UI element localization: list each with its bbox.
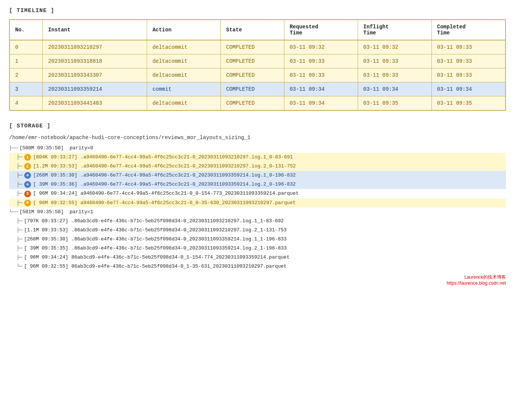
cell-inflight_time: 03-11 09:32 xyxy=(358,40,431,54)
parity1-label: parity=1 xyxy=(70,208,93,216)
cell-instant: 20230311093343307 xyxy=(43,68,147,82)
file-badge: 2 xyxy=(24,163,31,170)
cell-action: commit xyxy=(147,82,221,96)
parity0-file-line: ├─1[804K 09:33:27].a9460490-6e77-4cc4-99… xyxy=(9,153,506,162)
parity1-size: [501M 09:35:58] xyxy=(19,208,64,216)
storage-section: [ STORAGE ] /home/emr-notebook/apache-hu… xyxy=(9,123,506,271)
cell-action: deltacommit xyxy=(147,54,221,68)
timeline-table: No. Instant Action State RequestedTime I… xyxy=(9,19,506,111)
cell-state: COMPLETED xyxy=(221,40,284,54)
file-size-time: [1.1M 09:33:53] xyxy=(24,226,68,234)
cell-action: deltacommit xyxy=(147,68,221,82)
cell-inflight_time: 03-11 09:33 xyxy=(358,54,431,68)
cell-no: 1 xyxy=(9,54,43,68)
col-requested-time: RequestedTime xyxy=(284,20,358,40)
parity1-file-line: ├─[1.1M 09:33:53].86ab3cd9-e4fe-436c-b71… xyxy=(9,226,506,235)
file-tree: ├── [500M 09:35:58] parity=0 ├─1[804K 09… xyxy=(9,144,506,271)
file-name: .86ab3cd9-e4fe-436c-b71c-5eb25f098d34-0_… xyxy=(71,217,284,225)
table-header-row: No. Instant Action State RequestedTime I… xyxy=(9,20,506,40)
file-size-time: [ 39M 09:35:36] xyxy=(33,180,78,189)
parity1-file-line: ├─[797K 09:33:27].86ab3cd9-e4fe-436c-b71… xyxy=(9,217,506,226)
cell-requested_time: 03-11 09:32 xyxy=(284,40,358,54)
parity0-files: ├─1[804K 09:33:27].a9460490-6e77-4cc4-99… xyxy=(9,153,506,208)
cell-no: 0 xyxy=(9,40,43,54)
storage-header: [ STORAGE ] xyxy=(9,123,506,129)
cell-inflight_time: 03-11 09:34 xyxy=(358,82,431,96)
cell-no: 3 xyxy=(9,82,43,96)
table-row: 120230311093318818deltacommitCOMPLETED03… xyxy=(9,54,506,68)
cell-action: deltacommit xyxy=(147,96,221,111)
col-completed-time: CompletedTime xyxy=(431,20,506,40)
file-badge: 1 xyxy=(24,154,31,161)
col-no: No. xyxy=(9,20,43,40)
parity0-label: parity=0 xyxy=(70,144,93,152)
table-row: 420230311093441483deltacommitCOMPLETED03… xyxy=(9,96,506,111)
file-size-time: [1.2M 09:33:53] xyxy=(33,162,78,170)
cell-instant: 20230311093441483 xyxy=(43,96,147,111)
file-badge: 3 xyxy=(24,191,31,197)
cell-instant: 20230311093359214 xyxy=(43,82,147,96)
table-row: 320230311093359214commitCOMPLETED03-11 0… xyxy=(9,82,506,96)
file-name: a9460490-6e77-4cc4-99a5-4f6c25cc3c21-0_0… xyxy=(81,189,299,198)
file-name: .86ab3cd9-e4fe-436c-b71c-5eb25f098d34-0_… xyxy=(71,226,287,234)
file-name: .a9460490-6e77-4cc4-99a5-4f6c25cc3c21-0_… xyxy=(81,162,296,170)
file-name: .a9460490-6e77-4cc4-99a5-4f6c25cc3c21-0_… xyxy=(81,180,296,189)
cell-completed_time: 03-11 09:35 xyxy=(431,96,506,111)
cell-no: 2 xyxy=(9,68,43,82)
file-size-time: [797K 09:33:27] xyxy=(24,217,68,225)
parity0-file-line: ├─3[ 96M 09:34:24]a9460490-6e77-4cc4-99a… xyxy=(9,189,506,198)
parity0-file-line: ├─2[1.2M 09:33:53].a9460490-6e77-4cc4-99… xyxy=(9,162,506,171)
cell-requested_time: 03-11 09:33 xyxy=(284,54,358,68)
parity1-file-line: └─[ 96M 09:32:55]86ab3cd9-e4fe-436c-b71c… xyxy=(9,262,506,271)
cell-requested_time: 03-11 09:34 xyxy=(284,82,358,96)
file-size-time: [ 96M 09:32:55] xyxy=(24,262,68,271)
file-name: a9460490-6e77-4cc4-99a5-4f6c25cc3c21-0_0… xyxy=(81,199,296,207)
cell-completed_time: 03-11 09:33 xyxy=(431,68,506,82)
cell-completed_time: 03-11 09:33 xyxy=(431,40,506,54)
col-action: Action xyxy=(147,20,221,40)
timeline-section: [ TIMELINE ] No. Instant Action State Re… xyxy=(9,8,506,111)
parity1-files: ├─[797K 09:33:27].86ab3cd9-e4fe-436c-b71… xyxy=(9,217,506,271)
timeline-header: [ TIMELINE ] xyxy=(9,8,506,14)
table-row: 020230311093210297deltacommitCOMPLETED03… xyxy=(9,40,506,54)
cell-action: deltacommit xyxy=(147,40,221,54)
file-size-time: [804K 09:33:27] xyxy=(33,153,78,161)
parity1-file-line: ├─[ 39M 09:35:35].86ab3cd9-e4fe-436c-b71… xyxy=(9,244,506,253)
cell-completed_time: 03-11 09:34 xyxy=(431,82,506,96)
parity1-file-line: ├─[268M 09:35:30].86ab3cd9-e4fe-436c-b71… xyxy=(9,235,506,244)
cell-inflight_time: 03-11 09:35 xyxy=(358,96,431,111)
cell-state: COMPLETED xyxy=(221,96,284,111)
file-name: 86ab3cd9-e4fe-436c-b71c-5eb25f098d34-0_1… xyxy=(71,262,287,271)
parity0-file-line: ├─0[ 96M 09:32:55]a9460490-6e77-4cc4-99a… xyxy=(9,198,506,208)
parity0-size: [500M 09:35:58] xyxy=(19,144,64,152)
table-row: 220230311093343307deltacommitCOMPLETED03… xyxy=(9,68,506,82)
file-badge: 0 xyxy=(24,200,31,206)
cell-requested_time: 03-11 09:34 xyxy=(284,96,358,111)
file-badge: 4 xyxy=(24,181,31,188)
watermark: Laurence的技术博客 https://laurence.blog.csdn… xyxy=(9,274,506,286)
file-size-time: [ 96M 09:34:24] xyxy=(24,253,68,262)
file-name: .86ab3cd9-e4fe-436c-b71c-5eb25f098d34-0_… xyxy=(71,235,287,243)
cell-state: COMPLETED xyxy=(221,54,284,68)
cell-state: COMPLETED xyxy=(221,82,284,96)
cell-state: COMPLETED xyxy=(221,68,284,82)
watermark-line2: https://laurence.blog.csdn.net xyxy=(9,281,506,286)
col-instant: Instant xyxy=(43,20,147,40)
cell-completed_time: 03-11 09:33 xyxy=(431,54,506,68)
file-size-time: [268M 09:35:30] xyxy=(24,235,68,243)
watermark-line1: Laurence的技术博客 xyxy=(9,274,506,281)
file-badge: 4 xyxy=(24,172,31,179)
file-name: 86ab3cd9-e4fe-436c-b71c-5eb25f098d34-0_1… xyxy=(71,253,290,262)
cell-instant: 20230311093318818 xyxy=(43,54,147,68)
file-name: .86ab3cd9-e4fe-436c-b71c-5eb25f098d34-0_… xyxy=(71,244,287,253)
cell-inflight_time: 03-11 09:33 xyxy=(358,68,431,82)
parity0-file-line: ├─4[268M 09:35:30].a9460490-6e77-4cc4-99… xyxy=(9,171,506,180)
col-inflight-time: InflightTime xyxy=(358,20,431,40)
parity0-root: ├── [500M 09:35:58] parity=0 xyxy=(9,144,506,153)
storage-path: /home/emr-notebook/apache-hudi-core-conc… xyxy=(9,135,506,141)
parity1-file-line: ├─[ 96M 09:34:24]86ab3cd9-e4fe-436c-b71c… xyxy=(9,253,506,262)
parity1-root: └── [501M 09:35:58] parity=1 xyxy=(9,208,506,217)
file-size-time: [ 96M 09:32:55] xyxy=(33,199,78,207)
file-size-time: [ 39M 09:35:35] xyxy=(24,244,68,253)
file-size-time: [ 96M 09:34:24] xyxy=(33,189,78,198)
